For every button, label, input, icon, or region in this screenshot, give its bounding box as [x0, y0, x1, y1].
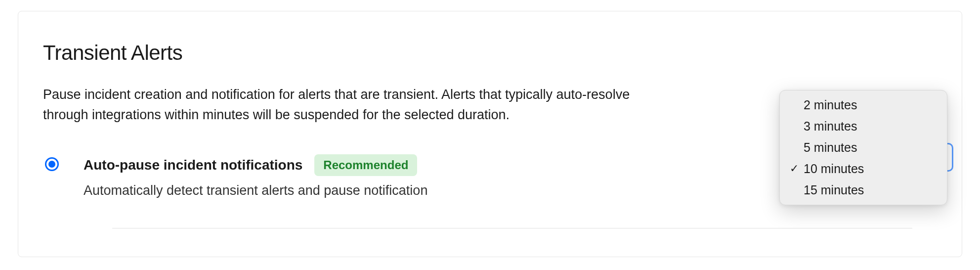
duration-dropdown-menu[interactable]: 2 minutes 3 minutes 5 minutes ✓ 10 minut…	[779, 90, 947, 205]
divider	[112, 228, 912, 228]
dropdown-item-10-minutes[interactable]: ✓ 10 minutes	[780, 158, 947, 180]
dropdown-item-2-minutes[interactable]: 2 minutes	[780, 94, 947, 116]
radio-container	[45, 154, 59, 171]
dropdown-item-label: 5 minutes	[804, 139, 857, 156]
dropdown-item-label: 15 minutes	[804, 181, 864, 199]
recommended-badge: Recommended	[314, 154, 417, 176]
option-label: Auto-pause incident notifications	[84, 157, 302, 173]
dropdown-item-label: 2 minutes	[804, 96, 857, 114]
dropdown-item-15-minutes[interactable]: 15 minutes	[780, 180, 947, 201]
dropdown-item-5-minutes[interactable]: 5 minutes	[780, 137, 947, 158]
auto-pause-radio[interactable]	[45, 157, 59, 171]
dropdown-item-label: 3 minutes	[804, 118, 857, 135]
dropdown-item-3-minutes[interactable]: 3 minutes	[780, 116, 947, 137]
check-icon: ✓	[790, 161, 804, 177]
section-description: Pause incident creation and notification…	[43, 85, 666, 125]
dropdown-item-label: 10 minutes	[804, 160, 864, 178]
section-title: Transient Alerts	[43, 41, 937, 65]
